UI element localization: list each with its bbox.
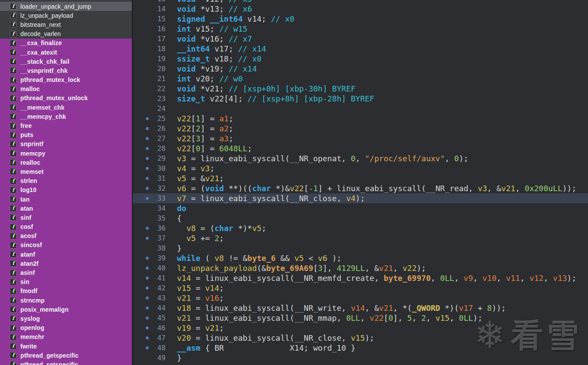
function-list-item[interactable]: fmemchr [0, 332, 132, 342]
function-list-item[interactable]: floader_unpack_and_jump [0, 2, 132, 11]
code-dot-icon [133, 343, 151, 353]
line-number: 43 [151, 293, 166, 303]
function-list-item[interactable]: fdecode_varlen [0, 29, 132, 39]
code-line[interactable]: 39while ( v8 != &byte_6 && v5 < v6 ); [133, 253, 588, 263]
function-icon: f [10, 31, 16, 37]
code-text: v8 = (char *)*v5; [166, 223, 266, 233]
function-list-item[interactable]: ffwrite [0, 342, 132, 351]
code-line[interactable]: 32v6 = (void **)((char *)&v22[-1] + linu… [133, 183, 588, 193]
function-list-item[interactable]: fsin [0, 277, 132, 287]
dot-placeholder [133, 203, 151, 213]
code-line[interactable]: 24 [133, 104, 588, 114]
function-list-item[interactable]: fcosf [0, 222, 132, 231]
code-line[interactable]: 44v18 = linux_eabi_syscall(__NR_write, v… [133, 303, 588, 313]
function-list-item[interactable]: fposix_memalign [0, 305, 132, 314]
function-list-item[interactable]: flz_unpack_payload [0, 11, 132, 20]
code-line[interactable]: 31v5 = &v21; [133, 173, 588, 183]
code-line[interactable]: 21int v20; // w0 [133, 74, 588, 84]
function-list-item[interactable]: fstrlen [0, 176, 132, 186]
dot-placeholder [133, 84, 151, 94]
line-number: 44 [151, 303, 166, 313]
code-text: v22[2] = a2; [166, 124, 233, 134]
function-name: sincosf [20, 241, 42, 248]
line-number: 35 [151, 213, 166, 223]
line-number: 41 [151, 273, 166, 283]
code-line[interactable]: 46v19 = v21; [133, 323, 588, 333]
function-list-item[interactable]: fpthread_mutex_lock [0, 75, 132, 85]
function-list-item[interactable]: f__memset_chk [0, 103, 132, 112]
function-list-item[interactable]: fsnprintf [0, 140, 132, 149]
function-list-item[interactable]: f__memcpy_chk [0, 112, 132, 121]
code-line[interactable]: 38} [133, 243, 588, 253]
function-list-item[interactable]: f__stack_chk_fail [0, 57, 132, 66]
code-line[interactable]: 19ssize_t v18; // x0 [133, 54, 588, 64]
code-line[interactable]: 25v22[1] = a1; [133, 114, 588, 124]
function-list-item[interactable]: ffmodf [0, 287, 132, 296]
function-list-item[interactable]: fmalloc [0, 85, 132, 94]
code-line[interactable]: 37 v5 += 2; [133, 233, 588, 243]
code-line[interactable]: 16int v15; // w15 [133, 24, 588, 34]
code-line[interactable]: 14void *v13; // x6 [133, 4, 588, 14]
code-line[interactable]: 45v21 = linux_eabi_syscall(__NR_mmap, 0L… [133, 313, 588, 323]
code-line[interactable]: 41v14 = linux_eabi_syscall(__NR_memfd_cr… [133, 273, 588, 283]
code-line[interactable]: 40lz_unpack_payload(&byte_69A69[3], 4129… [133, 263, 588, 273]
code-line[interactable]: 47v20 = linux_eabi_syscall(__NR_close, v… [133, 333, 588, 343]
function-list-item[interactable]: ftan [0, 195, 132, 204]
function-list-item[interactable]: fatan2f [0, 259, 132, 268]
code-line[interactable]: 48__asm { BR X14; word_10 } [133, 343, 588, 353]
function-list-item[interactable]: fsincosf [0, 241, 132, 250]
code-line[interactable]: 28v22[0] = 6048LL; [133, 143, 588, 153]
code-line[interactable]: 49} [133, 353, 588, 363]
function-list-item[interactable]: fpthread_mutex_unlock [0, 94, 132, 103]
code-line[interactable]: 30v4 = v3; [133, 163, 588, 173]
code-text: v22[1] = a1; [166, 114, 233, 124]
code-line[interactable]: 33v7 = linux_eabi_syscall(__NR_close, v4… [133, 193, 588, 203]
function-list-item[interactable]: fputs [0, 130, 132, 140]
pseudocode-pane[interactable]: 13void *v12; // x514void *v13; // x615si… [133, 0, 588, 365]
function-list-item[interactable]: f__vsnprintf_chk [0, 66, 132, 75]
function-list-item[interactable]: frealloc [0, 158, 132, 167]
function-list-item[interactable]: fmemset [0, 167, 132, 176]
code-line[interactable]: 36 v8 = (char *)*v5; [133, 223, 588, 233]
function-list-item[interactable]: fpthread_getspecific [0, 351, 132, 360]
code-line[interactable]: 42v15 = v14; [133, 283, 588, 293]
function-icon: f [10, 113, 16, 120]
code-line[interactable]: 34do [133, 203, 588, 213]
code-line[interactable]: 13void *v12; // x5 [133, 0, 588, 4]
code-text: v15 = v14; [166, 283, 224, 293]
code-line[interactable]: 18__int64 v17; // x14 [133, 44, 588, 54]
code-text: v21 = linux_eabi_syscall(__NR_mmap, 0LL,… [166, 313, 483, 323]
function-list-item[interactable]: f__cxa_finalize [0, 39, 132, 48]
function-name: cosf [20, 223, 33, 230]
code-line[interactable]: 17void *v16; // x7 [133, 34, 588, 44]
code-line[interactable]: 43v21 = v16; [133, 293, 588, 303]
code-line[interactable]: 23size_t v22[4]; // [xsp+8h] [xbp-28h] B… [133, 94, 588, 104]
line-number: 31 [151, 173, 166, 183]
function-list-item[interactable]: fopenlog [0, 323, 132, 332]
function-list-item[interactable]: fsinf [0, 213, 132, 222]
code-line[interactable]: 35{ [133, 213, 588, 223]
code-line[interactable]: 20void *v19; // x14 [133, 64, 588, 74]
function-list-item[interactable]: fpthread_setspecific [0, 360, 132, 365]
function-list-item[interactable]: facosf [0, 231, 132, 241]
line-number: 42 [151, 283, 166, 293]
function-list-item[interactable]: fstrncmp [0, 296, 132, 305]
code-line[interactable]: 22void *v21; // [xsp+0h] [xbp-30h] BYREF [133, 84, 588, 94]
function-list-item[interactable]: fasinf [0, 268, 132, 277]
code-line[interactable]: 26v22[2] = a2; [133, 124, 588, 134]
function-list-item[interactable]: fatan [0, 204, 132, 213]
function-icon: f [10, 315, 16, 322]
function-list-item[interactable]: fatanf [0, 250, 132, 259]
code-dot-icon [133, 273, 151, 283]
function-list-item[interactable]: fbitstream_next [0, 20, 132, 29]
code-line[interactable]: 29v3 = linux_eabi_syscall(__NR_openat, 0… [133, 153, 588, 163]
function-list-item[interactable]: f__cxa_atexit [0, 48, 132, 57]
code-text: void *v16; // x7 [166, 34, 252, 44]
function-list-item[interactable]: fsyslog [0, 314, 132, 323]
function-list-item[interactable]: flog10 [0, 186, 132, 195]
function-list-item[interactable]: ffree [0, 121, 132, 130]
function-icon: f [10, 260, 16, 267]
function-list-item[interactable]: fmemcpy [0, 149, 132, 158]
code-line[interactable]: 27v22[3] = a3; [133, 134, 588, 143]
code-line[interactable]: 15signed __int64 v14; // x0 [133, 14, 588, 24]
